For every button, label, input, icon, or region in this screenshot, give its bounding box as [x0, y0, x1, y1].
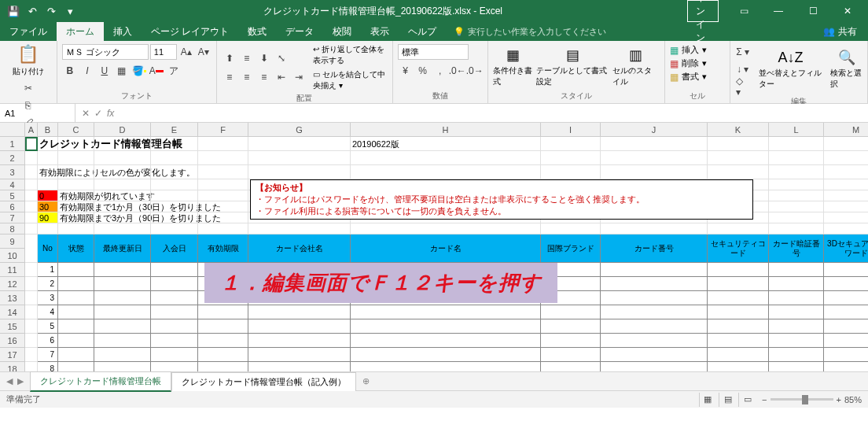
tab-insert[interactable]: 挿入 [104, 22, 142, 41]
cell[interactable] [151, 165, 198, 179]
zoom-slider[interactable] [771, 398, 833, 401]
table-header[interactable]: No [38, 235, 58, 263]
table-cell[interactable] [58, 263, 94, 277]
cell[interactable] [708, 137, 769, 151]
row-head-6[interactable]: 6 [0, 201, 25, 212]
cell[interactable] [25, 362, 38, 371]
delete-cells[interactable]: ▦削除 ▾ [670, 57, 725, 69]
col-head-F[interactable]: F [198, 123, 248, 137]
sort-filter[interactable]: A↓Z並べ替えとフィルター [759, 50, 823, 90]
table-cell[interactable] [58, 348, 94, 362]
cell[interactable] [769, 190, 824, 201]
row-head-14[interactable]: 14 [0, 305, 25, 319]
cell[interactable] [824, 212, 868, 223]
normal-view-icon[interactable]: ▦ [699, 393, 716, 407]
cell[interactable] [601, 151, 708, 165]
table-cell[interactable] [151, 362, 198, 371]
cell[interactable] [708, 165, 769, 179]
row-headers[interactable]: 12345678910111213141516171819 [0, 137, 25, 371]
table-cell[interactable] [58, 277, 94, 291]
table-cell[interactable] [708, 277, 769, 291]
cell[interactable] [198, 223, 248, 235]
currency-icon[interactable]: ¥ [398, 63, 414, 79]
align-middle-icon[interactable]: ≡ [239, 50, 255, 66]
cell[interactable] [351, 223, 541, 235]
table-cell[interactable] [248, 334, 351, 348]
align-top-icon[interactable]: ⬆ [222, 50, 237, 66]
col-head-H[interactable]: H [351, 123, 541, 137]
row-head-15[interactable]: 15 [0, 319, 25, 334]
table-cell[interactable] [151, 334, 198, 348]
cell[interactable] [58, 165, 94, 179]
tab-file[interactable]: ファイル [0, 22, 57, 41]
cell[interactable] [248, 223, 351, 235]
clear-icon[interactable]: ◇ ▾ [735, 79, 751, 94]
row-head-10[interactable]: 10 [0, 249, 25, 263]
spreadsheet-grid[interactable]: ABCDEFGHIJKLMNOP 12345678910111213141516… [0, 123, 868, 371]
row-head-13[interactable]: 13 [0, 291, 25, 305]
table-cell[interactable] [58, 305, 94, 319]
fx-icon[interactable]: fx [107, 108, 114, 119]
formula-input[interactable] [120, 104, 868, 122]
cell[interactable] [38, 223, 58, 235]
table-cell[interactable] [769, 362, 824, 371]
cell[interactable] [151, 212, 198, 223]
table-cell[interactable] [198, 362, 248, 371]
table-cell[interactable] [248, 305, 351, 319]
cell[interactable] [248, 165, 351, 179]
tab-help[interactable]: ヘルプ [399, 22, 446, 41]
cells-area[interactable]: クレジットカード情報管理台帳20190622版有効期限によりセルの色が変化します… [25, 137, 868, 371]
cell[interactable] [25, 263, 38, 277]
orientation-icon[interactable]: ⤡ [274, 50, 289, 66]
table-header[interactable]: 入会日 [151, 235, 198, 263]
tab-view[interactable]: 表示 [361, 22, 399, 41]
row-head-8[interactable]: 8 [0, 223, 25, 235]
row-head-12[interactable]: 12 [0, 277, 25, 291]
cell[interactable] [25, 179, 38, 190]
cell[interactable] [58, 137, 94, 151]
col-head-E[interactable]: E [151, 123, 198, 137]
undo-icon[interactable]: ↶ [24, 2, 41, 20]
cell[interactable]: 有効期限が切れています [58, 190, 94, 201]
redo-icon[interactable]: ↷ [42, 2, 60, 20]
cell[interactable] [25, 151, 38, 165]
indent-decrease-icon[interactable]: ⇤ [274, 69, 289, 85]
tab-home[interactable]: ホーム [57, 22, 104, 41]
cell[interactable] [151, 179, 198, 190]
cell[interactable] [824, 165, 868, 179]
qat-dropdown-icon[interactable]: ▾ [61, 2, 79, 20]
table-cell[interactable] [824, 263, 868, 277]
row-head-3[interactable]: 3 [0, 165, 25, 179]
page-break-icon[interactable]: ▭ [738, 393, 756, 407]
table-header[interactable]: 3Dセキュアパスワード [824, 235, 868, 263]
table-cell[interactable] [601, 291, 708, 305]
table-cell[interactable] [151, 291, 198, 305]
table-cell[interactable] [769, 291, 824, 305]
cell[interactable] [708, 151, 769, 165]
table-row-no[interactable]: 7 [38, 348, 58, 362]
cancel-formula-icon[interactable]: ✕ [82, 108, 90, 119]
table-cell[interactable] [58, 362, 94, 371]
tab-review[interactable]: 校閲 [323, 22, 361, 41]
close-icon[interactable]: ✕ [832, 0, 863, 22]
cell[interactable] [351, 151, 541, 165]
table-cell[interactable] [541, 319, 601, 334]
page-layout-icon[interactable]: ▤ [719, 393, 736, 407]
table-cell[interactable] [769, 263, 824, 277]
col-head-K[interactable]: K [708, 123, 769, 137]
table-cell[interactable] [198, 305, 248, 319]
cell[interactable] [769, 223, 824, 235]
find-select[interactable]: 🔍検索と選択 [830, 49, 862, 90]
format-as-table[interactable]: ▤テーブルとして書式設定 [536, 46, 609, 87]
table-cell[interactable] [824, 319, 868, 334]
grow-font-icon[interactable]: A▴ [178, 44, 194, 60]
zoom-level[interactable]: 85% [844, 395, 862, 404]
col-head-M[interactable]: M [824, 123, 868, 137]
cell[interactable] [94, 223, 151, 235]
tab-layout[interactable]: ページ レイアウト [142, 22, 238, 41]
autosum-icon[interactable]: Σ ▾ [735, 44, 751, 60]
cell[interactable] [198, 212, 248, 223]
table-cell[interactable] [541, 305, 601, 319]
cell[interactable] [94, 151, 151, 165]
italic-icon[interactable]: I [79, 63, 95, 79]
